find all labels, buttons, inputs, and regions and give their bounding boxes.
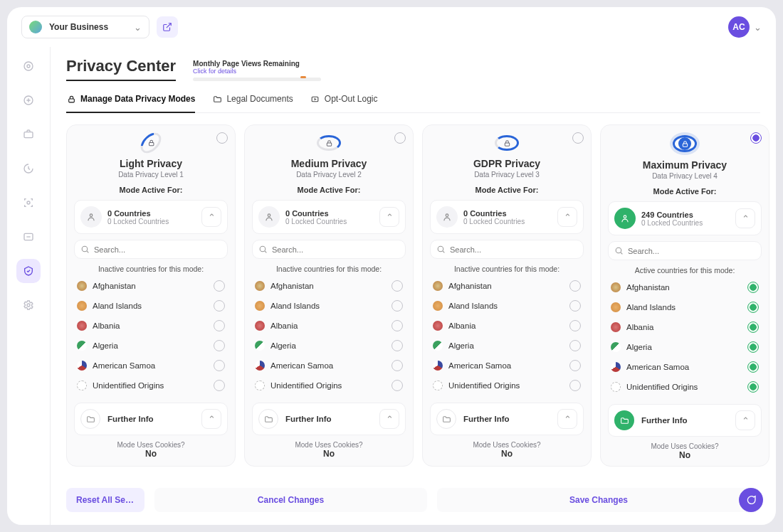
svg-point-9 xyxy=(27,304,30,307)
country-toggle[interactable] xyxy=(214,380,225,391)
country-toggle[interactable] xyxy=(569,300,581,312)
header: Privacy Center Monthly Page Views Remain… xyxy=(51,47,776,113)
sidebar-item-settings[interactable] xyxy=(16,293,41,317)
country-toggle[interactable] xyxy=(214,340,225,351)
mode-radio[interactable] xyxy=(216,132,228,144)
country-toggle[interactable] xyxy=(747,321,759,333)
cancel-button[interactable]: Cancel Changes xyxy=(154,488,427,512)
mode-radio[interactable] xyxy=(572,132,584,144)
country-toggle[interactable] xyxy=(747,282,759,293)
country-toggle[interactable] xyxy=(747,361,759,373)
flag-icon xyxy=(611,322,621,332)
sidebar xyxy=(7,47,50,525)
sidebar-item-briefcase[interactable] xyxy=(16,122,41,147)
list-label: Inactive countries for this mode: xyxy=(430,265,584,273)
meter-details-link[interactable]: Click for details xyxy=(193,68,321,75)
flag-icon xyxy=(77,381,87,390)
country-toggle[interactable] xyxy=(569,360,581,371)
flag-icon xyxy=(611,382,621,392)
sidebar-item-privacy[interactable] xyxy=(16,259,41,283)
expand-button[interactable]: ⌃ xyxy=(379,207,399,227)
search-input[interactable] xyxy=(94,245,221,254)
locked-count: 0 Locked Countries xyxy=(285,218,374,225)
country-search[interactable] xyxy=(430,240,584,259)
open-external-button[interactable] xyxy=(157,16,178,38)
country-toggle[interactable] xyxy=(214,280,225,292)
sidebar-item-add[interactable] xyxy=(16,88,41,112)
mode-active-label: Mode Active For: xyxy=(608,187,762,196)
flag-icon xyxy=(255,321,265,331)
country-row: Aland Islands xyxy=(608,297,762,317)
country-toggle[interactable] xyxy=(214,360,225,371)
sidebar-item-scan[interactable] xyxy=(16,191,41,215)
country-toggle[interactable] xyxy=(214,320,225,331)
country-search[interactable] xyxy=(252,240,406,259)
search-input[interactable] xyxy=(450,245,577,254)
save-button[interactable]: Save Changes xyxy=(437,488,760,512)
country-row: American Samoa xyxy=(252,356,406,376)
flag-icon xyxy=(255,341,265,351)
search-input[interactable] xyxy=(628,247,755,255)
country-toggle[interactable] xyxy=(392,360,403,371)
country-toggle[interactable] xyxy=(214,300,225,312)
further-info-label: Further Info xyxy=(463,415,550,423)
sidebar-item-activity[interactable] xyxy=(16,156,41,181)
country-row: Afghanistan xyxy=(74,276,228,296)
cookie-question: Mode Uses Cookies? xyxy=(608,442,762,450)
country-toggle[interactable] xyxy=(392,280,403,292)
mode-radio[interactable] xyxy=(750,132,762,144)
country-toggle[interactable] xyxy=(392,340,403,351)
mode-radio[interactable] xyxy=(394,132,406,144)
expand-button[interactable]: ⌃ xyxy=(557,207,577,227)
card-title: Maximum Privacy xyxy=(608,159,762,171)
flag-icon xyxy=(255,281,265,291)
expand-button[interactable]: ⌃ xyxy=(379,409,399,429)
account-menu[interactable]: AC ⌄ xyxy=(728,16,762,38)
country-toggle[interactable] xyxy=(569,380,581,391)
country-toggle[interactable] xyxy=(392,320,403,331)
country-toggle[interactable] xyxy=(747,341,759,353)
countries-summary: 0 Countries 0 Locked Countries ⌃ xyxy=(74,200,228,234)
search-input[interactable] xyxy=(272,245,399,254)
business-selector[interactable]: Your Business ⌄ xyxy=(21,16,149,38)
chevron-down-icon: ⌄ xyxy=(134,22,142,33)
flag-icon xyxy=(433,321,443,331)
expand-button[interactable]: ⌃ xyxy=(735,410,755,430)
meter-label: Monthly Page Views Remaining xyxy=(193,60,321,68)
country-toggle[interactable] xyxy=(747,381,759,393)
country-toggle[interactable] xyxy=(747,302,759,313)
country-name: Unidentified Origins xyxy=(626,383,698,391)
person-icon xyxy=(80,206,102,228)
search-icon xyxy=(258,245,268,254)
country-toggle[interactable] xyxy=(569,280,581,292)
country-toggle[interactable] xyxy=(392,380,403,391)
meter-bar xyxy=(193,78,321,81)
page-title: Privacy Center xyxy=(66,57,176,81)
country-name: Aland Islands xyxy=(93,302,142,310)
flag-icon xyxy=(611,282,621,292)
tab-legal-documents[interactable]: Legal Documents xyxy=(212,94,293,112)
reset-button[interactable]: Reset All Sett... xyxy=(66,488,144,512)
country-toggle[interactable] xyxy=(569,340,581,351)
country-toggle[interactable] xyxy=(569,320,581,331)
country-name: Unidentified Origins xyxy=(448,381,520,390)
further-info: Further Info ⌃ xyxy=(430,403,584,435)
expand-button[interactable]: ⌃ xyxy=(557,409,577,429)
country-toggle[interactable] xyxy=(392,300,403,312)
country-row: Unidentified Origins xyxy=(430,376,584,395)
country-search[interactable] xyxy=(74,240,228,259)
pageviews-meter[interactable]: Monthly Page Views Remaining Click for d… xyxy=(193,60,321,81)
expand-button[interactable]: ⌃ xyxy=(201,409,221,429)
lock-icon xyxy=(325,139,333,147)
business-name: Your Business xyxy=(49,22,127,32)
chat-fab[interactable] xyxy=(739,488,763,512)
expand-button[interactable]: ⌃ xyxy=(735,208,755,228)
tab-optout-logic[interactable]: Opt-Out Logic xyxy=(310,94,378,112)
country-search[interactable] xyxy=(608,241,762,260)
svg-point-7 xyxy=(27,201,30,204)
tab-manage-modes[interactable]: Manage Data Privacy Modes xyxy=(66,94,195,112)
expand-button[interactable]: ⌃ xyxy=(201,207,221,227)
sidebar-item-support[interactable] xyxy=(16,225,41,249)
flag-icon xyxy=(255,361,265,371)
sidebar-item-overview[interactable] xyxy=(16,54,41,78)
